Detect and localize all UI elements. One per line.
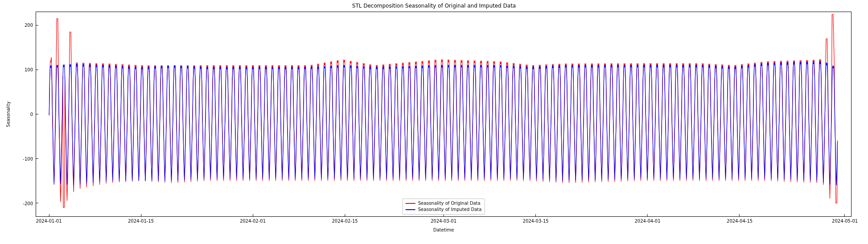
figure: STL Decomposition Seasonality of Origina…	[0, 0, 868, 244]
xtick-6: 2024-04-01	[634, 219, 660, 223]
chart-title: STL Decomposition Seasonality of Origina…	[0, 3, 868, 9]
plot-svg	[36, 12, 851, 216]
xtick-2: 2024-02-01	[240, 219, 266, 223]
ytick-0: 0	[2, 112, 33, 117]
ytick-200: 200	[2, 22, 33, 27]
legend-label-imputed: Seasonality of Imputed Data	[418, 207, 482, 213]
y-axis-tick-labels: 200 100 0 -100 -200	[0, 12, 33, 217]
xtick-0: 2024-01-01	[36, 219, 62, 223]
plot-area: Seasonality of Original Data Seasonality…	[36, 12, 852, 217]
xtick-3: 2024-02-15	[332, 219, 358, 223]
legend-swatch-imputed	[406, 209, 415, 210]
ytick-100: 100	[2, 67, 33, 72]
ytick-n100: -100	[2, 157, 33, 161]
ytick-n200: -200	[2, 201, 33, 206]
legend-entry-original: Seasonality of Original Data	[406, 200, 482, 207]
xtick-5: 2024-03-15	[523, 219, 549, 223]
xtick-4: 2024-03-01	[431, 219, 457, 223]
legend-swatch-original	[406, 203, 415, 204]
xtick-1: 2024-01-15	[128, 219, 154, 223]
xtick-8: 2024-05-01	[832, 219, 858, 223]
x-axis-label: Datetime	[36, 227, 852, 232]
legend-entry-imputed: Seasonality of Imputed Data	[406, 207, 482, 213]
legend-label-original: Seasonality of Original Data	[418, 200, 481, 207]
legend: Seasonality of Original Data Seasonality…	[403, 199, 485, 215]
xtick-7: 2024-04-15	[727, 219, 753, 223]
x-axis-tick-labels: 2024-01-01 2024-01-15 2024-02-01 2024-02…	[36, 219, 852, 226]
